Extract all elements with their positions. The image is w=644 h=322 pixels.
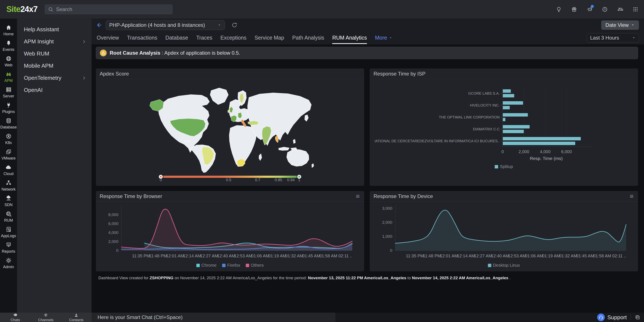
application-selector[interactable]: PHP-Application (4 hosts and 8 instances… [106,20,225,30]
sidebar-item-network[interactable]: Network [0,178,17,193]
sidebar-item-label: SDN [4,203,12,207]
date-view-button[interactable]: Date View [601,20,639,30]
svg-text:01:32 AM: 01:32 AM [285,254,303,258]
svg-text:01:32 AM: 01:32 AM [559,254,577,258]
sidebar-item-home[interactable]: Home [0,22,17,38]
zia-icon[interactable]: Zia [617,6,623,12]
sidebar-item-web[interactable]: Web [0,54,17,69]
svg-text:12:27 AM: 12:27 AM [474,254,492,258]
tab-service-map[interactable]: Service Map [254,31,284,44]
sidebar-item-admin[interactable]: Admin [0,255,17,271]
legend-item[interactable]: Splitup [495,164,513,169]
apdex-scale-slider[interactable] [161,176,299,178]
more-label: More [375,35,387,41]
legend-item[interactable]: Firefox [222,263,240,268]
hamburger-menu-icon[interactable] [355,194,360,199]
map-country-turkey[interactable] [248,121,259,125]
bottom-tab-contacts[interactable]: Contacts [61,313,92,322]
bottom-tab-label: Chats [10,318,20,322]
tab-database[interactable]: Database [165,31,188,44]
time-range-select[interactable]: Last 3 Hours [587,33,639,42]
apps-grid-icon[interactable] [632,6,638,12]
help-icon[interactable]: ? [602,6,608,12]
svg-text:1,000: 1,000 [382,234,392,239]
legend-item[interactable]: Chrome [196,263,216,268]
legend-item[interactable]: Desktop Linux [488,263,520,268]
svg-text:02:11 ..: 02:11 .. [338,254,352,258]
web-icon [6,55,12,62]
sidebar-item-plugins[interactable]: Plugins [0,100,17,116]
legend-item[interactable]: Others [246,263,264,268]
menu-item-web-rum[interactable]: Web RUM [17,48,92,60]
sidebar-item-sdn[interactable]: SDN [0,193,17,209]
legend-label: Desktop Linux [493,263,520,268]
sidebar-item-label: Home [4,32,14,36]
bottom-tab-channels[interactable]: Channels [30,313,61,322]
gift-icon[interactable] [571,6,577,12]
panel-title: Response Time by ISP [374,71,426,77]
map-country-south-africa[interactable] [237,159,245,167]
tab-rum-analytics[interactable]: RUM Analytics [332,31,367,44]
back-button[interactable] [96,22,103,28]
tab-transactions[interactable]: Transactions [127,31,157,44]
svg-text:11:35 PM: 11:35 PM [132,254,150,258]
tab-path-analysis[interactable]: Path Analysis [292,31,324,44]
dashboard-content: Root Cause Analysis : Apdex of applicati… [92,44,644,313]
admin-icon [6,257,12,264]
svg-text:01:58 AM: 01:58 AM [593,254,611,258]
tab-more[interactable]: More [375,31,392,44]
apdex-scale-label: 1 [298,178,300,182]
panel-title: Apdex Score [100,71,129,77]
sidebar-item-rum[interactable]: RUM [0,209,17,224]
left-icon-rail: HomeEventsWebAPMServerPluginsDatabaseK8s… [0,19,17,313]
refresh-button[interactable] [231,22,238,28]
apdex-scale-labels: 00.50.70.850.941 [161,178,299,183]
footer-text-part: on November 14, 2025 2:22 AM America/Los… [173,276,308,280]
menu-item-opentelemetry[interactable]: OpenTelemetry [17,72,92,84]
tab-traces[interactable]: Traces [196,31,212,44]
footer-text-part: . [508,276,511,280]
bottombar-spacer [336,313,597,322]
application-selector-value: PHP-Application (4 hosts and 8 instances… [109,22,205,28]
map-madagascar [259,154,262,161]
global-search[interactable] [45,4,172,14]
svg-text:11:48 PM: 11:48 PM [149,254,167,258]
hamburger-menu-icon[interactable] [629,194,634,199]
menu-item-apm-insight[interactable]: APM Insight [17,35,92,48]
apdex-gradient-track[interactable] [161,176,299,178]
sidebar-item-label: Reports [2,249,15,254]
menu-item-mobile-apm[interactable]: Mobile APM [17,60,92,72]
site24x7-logo[interactable]: Site24x7 [6,5,38,14]
sidebar-item-database[interactable]: Database [0,116,17,131]
svg-text:01:19 AM: 01:19 AM [542,254,560,258]
svg-text:01:06 AM: 01:06 AM [525,254,543,258]
cloud-icon [6,164,12,170]
footer-text-part: November 13, 2025 11:22 PM America/Los_A… [308,276,406,280]
smart-chat-input[interactable]: Here is your Smart Chat (Ctrl+Space) [92,313,336,322]
legend-swatch [222,264,226,267]
sidebar-item-applogs[interactable]: AppLogs [0,224,17,240]
sidebar-item-events[interactable]: Events [0,38,17,54]
sidebar-item-cloud[interactable]: Cloud [0,162,17,178]
map-country-india[interactable] [262,126,271,145]
sidebar-item-k8s[interactable]: K8s [0,131,17,147]
menu-item-openai[interactable]: OpenAI [17,84,92,96]
support-button[interactable]: Support [597,314,627,321]
tab-overview[interactable]: Overview [97,31,119,44]
time-range-value: Last 3 Hours [590,35,619,41]
sidebar-item-server[interactable]: Server [0,85,17,100]
bottom-tab-chats[interactable]: Chats [0,313,30,322]
sidebar-item-vmware[interactable]: VMware [0,147,17,162]
megaphone-icon[interactable] [586,6,592,12]
panels-icon[interactable] [635,314,640,320]
site24x7-app: Site24x7 ?Zia HomeEventsWebAPMServerPlug… [0,0,644,322]
sidebar-item-reports[interactable]: Reports [0,240,17,255]
menu-item-help-assistant[interactable]: Help Assistant [17,23,92,35]
tabs-row: OverviewTransactionsDatabaseTracesExcept… [92,31,644,44]
sidebar-item-apm[interactable]: APM [0,69,17,85]
caret-down-icon [631,23,635,27]
bulb-icon[interactable] [556,6,562,12]
tab-exceptions[interactable]: Exceptions [220,31,246,44]
response-time-by-device-panel: Response Time by Device 01,0002,0003,000… [370,191,638,271]
search-input[interactable] [56,6,169,12]
